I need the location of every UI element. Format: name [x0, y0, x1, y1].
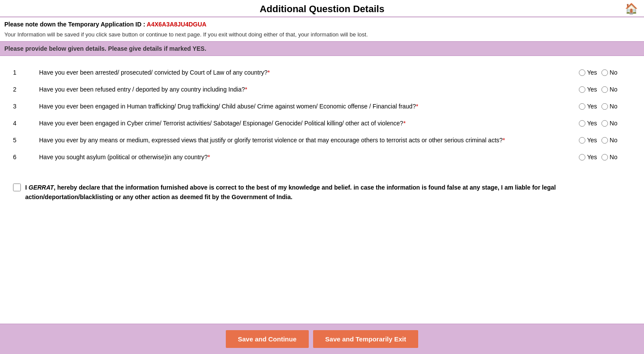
- info-text: Your Information will be saved if you cl…: [0, 30, 644, 41]
- radio-no-1[interactable]: No: [601, 69, 618, 76]
- question-row-1: 1 Have you ever been arrested/ prosecute…: [13, 68, 631, 77]
- question-row-6: 6 Have you sought asylum (political or o…: [13, 153, 631, 162]
- radio-input-yes-2[interactable]: [579, 86, 585, 93]
- question-text-1: Have you ever been arrested/ prosecuted/…: [39, 68, 570, 77]
- question-row-3: 3 Have you ever been engaged in Human tr…: [13, 102, 631, 111]
- question-number-1: 1: [13, 68, 30, 76]
- question-text-4: Have you ever been engaged in Cyber crim…: [39, 119, 570, 128]
- radio-input-no-1[interactable]: [601, 69, 608, 76]
- declaration-checkbox[interactable]: [13, 184, 21, 191]
- yes-label-6: Yes: [587, 154, 597, 161]
- question-row-5: 5 Have you ever by any means or medium, …: [13, 136, 631, 145]
- question-text-2: Have you ever been refused entry / depor…: [39, 85, 570, 94]
- no-label-1: No: [610, 69, 618, 76]
- home-icon[interactable]: 🏠: [625, 3, 638, 15]
- no-label-3: No: [610, 103, 618, 110]
- question-number-6: 6: [13, 153, 30, 161]
- radio-yes-1[interactable]: Yes: [579, 69, 597, 76]
- question-number-2: 2: [13, 85, 30, 93]
- radio-input-yes-3[interactable]: [579, 103, 585, 110]
- temp-id-label: Please note down the Temporary Applicati…: [4, 21, 145, 28]
- radio-input-no-4[interactable]: [601, 120, 608, 127]
- radio-group-5: Yes No: [579, 136, 631, 144]
- required-mark-2: *: [245, 86, 247, 93]
- question-row-2: 2 Have you ever been refused entry / dep…: [13, 85, 631, 94]
- radio-input-no-3[interactable]: [601, 103, 608, 110]
- required-mark-4: *: [403, 120, 406, 127]
- radio-group-1: Yes No: [579, 68, 631, 76]
- declaration-area: I GERRAT, hereby declare that the inform…: [0, 174, 644, 211]
- no-label-5: No: [610, 137, 618, 144]
- no-label-6: No: [610, 154, 618, 161]
- question-row-4: 4 Have you ever been engaged in Cyber cr…: [13, 119, 631, 128]
- yes-label-2: Yes: [587, 86, 597, 93]
- question-number-4: 4: [13, 119, 30, 127]
- yes-label-3: Yes: [587, 103, 597, 110]
- question-text-5: Have you ever by any means or medium, ex…: [39, 136, 570, 145]
- radio-input-no-6[interactable]: [601, 154, 608, 161]
- page-title: Additional Question Details: [0, 3, 644, 15]
- radio-no-5[interactable]: No: [601, 137, 618, 144]
- question-number-5: 5: [13, 136, 30, 144]
- required-mark-3: *: [416, 103, 418, 110]
- radio-no-2[interactable]: No: [601, 86, 618, 93]
- radio-no-6[interactable]: No: [601, 154, 618, 161]
- required-mark-5: *: [503, 137, 505, 144]
- question-text-3: Have you ever been engaged in Human traf…: [39, 102, 570, 111]
- required-mark-6: *: [208, 154, 210, 161]
- radio-group-2: Yes No: [579, 85, 631, 93]
- temp-id-value: A4X6A3A8JU4DGUA: [147, 21, 207, 28]
- no-label-2: No: [610, 86, 618, 93]
- no-label-4: No: [610, 120, 618, 127]
- radio-input-no-2[interactable]: [601, 86, 608, 93]
- radio-yes-3[interactable]: Yes: [579, 103, 597, 110]
- radio-no-3[interactable]: No: [601, 103, 618, 110]
- radio-group-4: Yes No: [579, 119, 631, 127]
- radio-group-3: Yes No: [579, 102, 631, 110]
- radio-yes-6[interactable]: Yes: [579, 154, 597, 161]
- radio-yes-4[interactable]: Yes: [579, 120, 597, 127]
- questions-area: 1 Have you ever been arrested/ prosecute…: [0, 56, 644, 174]
- declaration-name: GERRAT: [29, 184, 54, 191]
- radio-group-6: Yes No: [579, 153, 631, 161]
- radio-no-4[interactable]: No: [601, 120, 618, 127]
- radio-input-yes-5[interactable]: [579, 137, 585, 144]
- yes-label-4: Yes: [587, 120, 597, 127]
- yes-label-1: Yes: [587, 69, 597, 76]
- question-text-6: Have you sought asylum (political or oth…: [39, 153, 570, 162]
- radio-yes-2[interactable]: Yes: [579, 86, 597, 93]
- section-header: Please provide below given details. Plea…: [0, 41, 644, 56]
- declaration-text: I GERRAT, hereby declare that the inform…: [25, 183, 631, 202]
- question-number-3: 3: [13, 102, 30, 110]
- yes-label-5: Yes: [587, 137, 597, 144]
- radio-input-yes-4[interactable]: [579, 120, 585, 127]
- radio-input-no-5[interactable]: [601, 137, 608, 144]
- radio-input-yes-1[interactable]: [579, 69, 585, 76]
- radio-input-yes-6[interactable]: [579, 154, 585, 161]
- required-mark-1: *: [268, 69, 270, 76]
- radio-yes-5[interactable]: Yes: [579, 137, 597, 144]
- temp-id-row: Please note down the Temporary Applicati…: [0, 17, 644, 30]
